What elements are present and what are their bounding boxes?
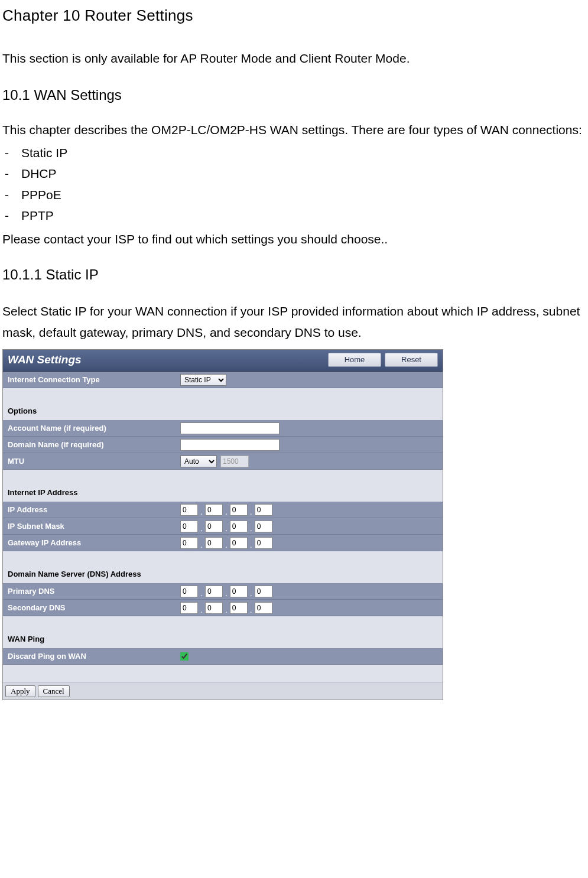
pdns-octet-1[interactable] xyxy=(180,586,198,597)
section-description: This chapter describes the OM2P-LC/OM2P-… xyxy=(2,121,586,138)
section-heading-10-1: 10.1 WAN Settings xyxy=(2,85,586,105)
label-gateway: Gateway IP Address xyxy=(3,538,180,548)
apply-button[interactable]: Apply xyxy=(5,685,35,697)
pdns-octet-2[interactable] xyxy=(205,586,223,597)
sdns-octet-3[interactable] xyxy=(230,602,248,614)
pdns-octet-3[interactable] xyxy=(230,586,248,597)
ip-octet-1[interactable] xyxy=(180,504,198,516)
dot-separator: . xyxy=(224,523,229,535)
list-item: DHCP xyxy=(2,163,586,184)
dot-separator: . xyxy=(224,506,229,518)
dot-separator: . xyxy=(249,523,254,535)
row-connection-type: Internet Connection Type Static IP xyxy=(3,372,443,388)
row-account-name: Account Name (if required) xyxy=(3,420,443,437)
sdns-octet-2[interactable] xyxy=(205,602,223,614)
row-gateway: Gateway IP Address . . . xyxy=(3,535,443,551)
heading-dns: Domain Name Server (DNS) Address xyxy=(3,551,443,583)
label-connection-type: Internet Connection Type xyxy=(3,375,180,385)
dot-separator: . xyxy=(199,506,204,518)
label-subnet-mask: IP Subnet Mask xyxy=(3,521,180,532)
intro-paragraph: This section is only available for AP Ro… xyxy=(2,50,586,67)
subnet-octet-2[interactable] xyxy=(205,521,223,532)
home-button[interactable]: Home xyxy=(328,353,381,367)
dot-separator: . xyxy=(249,539,254,551)
row-mtu: MTU Auto xyxy=(3,453,443,470)
cancel-button[interactable]: Cancel xyxy=(38,685,70,697)
list-item: Static IP xyxy=(2,142,586,163)
discard-ping-checkbox[interactable] xyxy=(180,652,189,661)
isp-note: Please contact your ISP to find out whic… xyxy=(2,230,586,248)
panel-header: WAN Settings Home Reset xyxy=(3,350,443,372)
chapter-title: Chapter 10 Router Settings xyxy=(2,5,586,26)
panel-footer: Apply Cancel xyxy=(3,682,443,700)
list-item: PPPoE xyxy=(2,184,586,205)
heading-options: Options xyxy=(3,388,443,420)
row-ip-address: IP Address . . . xyxy=(3,502,443,518)
list-item: PPTP xyxy=(2,205,586,226)
row-secondary-dns: Secondary DNS . . . xyxy=(3,600,443,616)
gateway-octet-3[interactable] xyxy=(230,537,248,549)
label-discard-ping: Discard Ping on WAN xyxy=(3,651,180,662)
dot-separator: . xyxy=(249,506,254,518)
subnet-octet-4[interactable] xyxy=(255,521,272,532)
spacer-row xyxy=(3,665,443,682)
gateway-octet-2[interactable] xyxy=(205,537,223,549)
ip-octet-2[interactable] xyxy=(205,504,223,516)
pdns-octet-4[interactable] xyxy=(255,586,272,597)
mtu-mode-select[interactable]: Auto xyxy=(180,456,217,467)
dot-separator: . xyxy=(249,604,254,616)
section-heading-10-1-1: 10.1.1 Static IP xyxy=(2,265,586,285)
dot-separator: . xyxy=(224,588,229,600)
subnet-octet-1[interactable] xyxy=(180,521,198,532)
row-domain-name: Domain Name (if required) xyxy=(3,437,443,453)
reset-button[interactable]: Reset xyxy=(385,353,438,367)
dot-separator: . xyxy=(199,539,204,551)
label-ip-address: IP Address xyxy=(3,505,180,515)
row-primary-dns: Primary DNS . . . xyxy=(3,583,443,600)
label-domain-name: Domain Name (if required) xyxy=(3,440,180,450)
label-secondary-dns: Secondary DNS xyxy=(3,603,180,613)
mtu-value-input xyxy=(220,456,249,467)
sdns-octet-1[interactable] xyxy=(180,602,198,614)
account-name-input[interactable] xyxy=(180,422,280,434)
heading-internet-ip: Internet IP Address xyxy=(3,470,443,502)
dot-separator: . xyxy=(199,523,204,535)
wan-settings-panel: WAN Settings Home Reset Internet Connect… xyxy=(2,349,443,701)
dot-separator: . xyxy=(224,604,229,616)
label-account-name: Account Name (if required) xyxy=(3,423,180,434)
dot-separator: . xyxy=(249,588,254,600)
connection-type-select[interactable]: Static IP xyxy=(180,374,226,386)
static-ip-description: Select Static IP for your WAN connection… xyxy=(2,301,586,343)
gateway-octet-1[interactable] xyxy=(180,537,198,549)
gateway-octet-4[interactable] xyxy=(255,537,272,549)
domain-name-input[interactable] xyxy=(180,439,280,451)
ip-octet-3[interactable] xyxy=(230,504,248,516)
panel-title: WAN Settings xyxy=(8,352,328,368)
ip-octet-4[interactable] xyxy=(255,504,272,516)
dot-separator: . xyxy=(224,539,229,551)
row-subnet-mask: IP Subnet Mask . . . xyxy=(3,518,443,535)
row-discard-ping: Discard Ping on WAN xyxy=(3,648,443,665)
heading-wan-ping: WAN Ping xyxy=(3,616,443,648)
label-mtu: MTU xyxy=(3,456,180,467)
sdns-octet-4[interactable] xyxy=(255,602,272,614)
subnet-octet-3[interactable] xyxy=(230,521,248,532)
label-primary-dns: Primary DNS xyxy=(3,586,180,597)
wan-types-list: Static IP DHCP PPPoE PPTP xyxy=(2,142,586,226)
dot-separator: . xyxy=(199,604,204,616)
dot-separator: . xyxy=(199,588,204,600)
